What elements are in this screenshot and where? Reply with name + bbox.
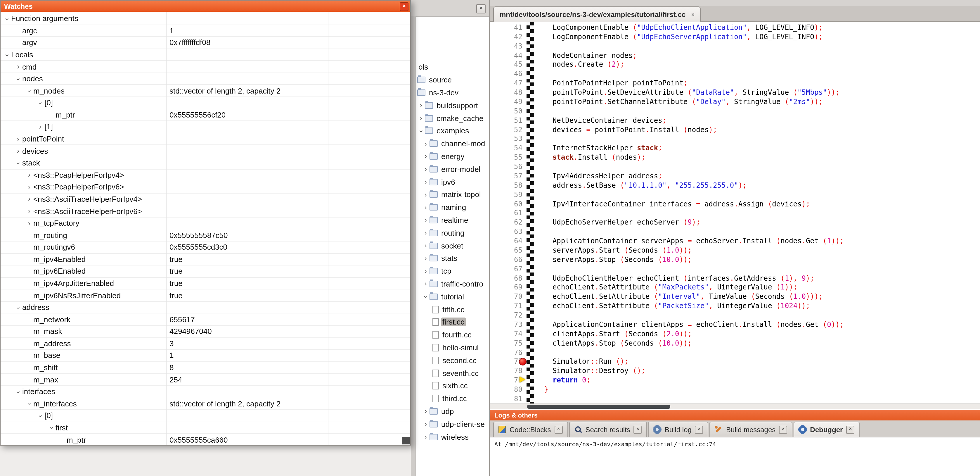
logs-tab-code-blocks[interactable]: Code::Blocks× xyxy=(493,422,568,437)
logs-tab-close-button[interactable]: × xyxy=(846,425,854,434)
tree-item-socket[interactable]: ›socket xyxy=(416,239,489,252)
tree-item-fourth-cc[interactable]: fourth.cc xyxy=(416,328,489,341)
expander-closed-icon[interactable]: › xyxy=(25,220,33,227)
watch-row[interactable]: argv0x7fffffffdf08 xyxy=(1,37,410,49)
watch-row[interactable]: m_max254 xyxy=(1,374,410,386)
expander-closed-icon[interactable]: › xyxy=(25,184,33,191)
expander-open-icon[interactable]: › xyxy=(37,412,44,420)
expander-closed-icon[interactable]: › xyxy=(422,166,430,173)
expander-closed-icon[interactable]: › xyxy=(25,208,33,215)
expander-open-icon[interactable]: › xyxy=(418,128,425,135)
expander-open-icon[interactable]: › xyxy=(37,99,44,107)
expander-closed-icon[interactable]: › xyxy=(14,135,22,142)
project-tree-items[interactable]: olssourcens-3-dev›buildsupport›cmake_cac… xyxy=(416,61,489,443)
watch-row[interactable]: ›<ns3::PcapHelperForIpv4> xyxy=(1,169,410,181)
watch-row[interactable]: m_ptr0x5555555ca660 xyxy=(1,434,410,445)
tree-item-seventh-cc[interactable]: seventh.cc xyxy=(416,367,489,380)
watch-row[interactable]: ›<ns3::PcapHelperForIpv6> xyxy=(1,181,410,193)
watch-row[interactable]: ›m_nodesstd::vector of length 2, capacit… xyxy=(1,85,410,97)
watch-row[interactable]: ›devices xyxy=(1,145,410,157)
tree-item-examples[interactable]: ›examples xyxy=(416,125,489,137)
watch-row[interactable]: argc1 xyxy=(1,25,410,37)
expander-open-icon[interactable]: › xyxy=(26,87,33,95)
editor-hscrollbar[interactable] xyxy=(490,404,980,409)
watch-row[interactable]: ›interfaces xyxy=(1,386,410,398)
expander-closed-icon[interactable]: › xyxy=(422,204,430,211)
expander-closed-icon[interactable]: › xyxy=(417,102,425,109)
tree-item-energy[interactable]: ›energy xyxy=(416,150,489,163)
logs-tab-close-button[interactable]: × xyxy=(779,425,787,434)
watch-row[interactable]: ›first xyxy=(1,422,410,434)
watch-row[interactable]: m_routing0x555555587c50 xyxy=(1,230,410,241)
watches-tree[interactable]: ›Function argumentsargc1argv0x7fffffffdf… xyxy=(1,12,410,445)
expander-closed-icon[interactable]: › xyxy=(25,196,33,203)
tree-item-first-cc[interactable]: first.cc xyxy=(416,316,489,329)
expander-closed-icon[interactable]: › xyxy=(422,242,430,249)
expander-open-icon[interactable]: › xyxy=(15,159,22,168)
expander-closed-icon[interactable]: › xyxy=(14,63,22,70)
tree-item-udp[interactable]: ›udp xyxy=(416,405,489,418)
expander-closed-icon[interactable]: › xyxy=(14,147,22,154)
expander-closed-icon[interactable]: › xyxy=(25,172,33,179)
watch-row[interactable]: ›[0] xyxy=(1,97,410,109)
watch-row[interactable]: ›[1] xyxy=(1,121,410,133)
expander-closed-icon[interactable]: › xyxy=(422,280,430,288)
tree-item-sixth-cc[interactable]: sixth.cc xyxy=(416,380,489,392)
expander-closed-icon[interactable]: › xyxy=(422,420,430,428)
expander-closed-icon[interactable]: › xyxy=(417,115,425,121)
code-editor[interactable]: 41 LogComponentEnable ("UdpEchoClientApp… xyxy=(490,22,980,404)
watches-titlebar[interactable]: Watches × xyxy=(1,1,410,12)
logs-tab-close-button[interactable]: × xyxy=(695,425,703,434)
tree-item-realtime[interactable]: ›realtime xyxy=(416,214,489,227)
expander-open-icon[interactable]: › xyxy=(4,51,11,59)
tree-item-traffic-contro[interactable]: ›traffic-contro xyxy=(416,278,489,290)
tree-item-ols[interactable]: ols xyxy=(416,61,489,73)
watch-row[interactable]: m_address3 xyxy=(1,338,410,350)
watch-row[interactable]: ›<ns3::AsciiTraceHelperForIpv4> xyxy=(1,193,410,205)
expander-open-icon[interactable]: › xyxy=(26,400,33,408)
watch-row[interactable]: m_base1 xyxy=(1,350,410,362)
watch-row[interactable]: m_network655617 xyxy=(1,314,410,326)
tree-item-hello-simul[interactable]: hello-simul xyxy=(416,341,489,354)
watch-row[interactable]: ›Locals xyxy=(1,49,410,61)
tree-item-tcp[interactable]: ›tcp xyxy=(416,265,489,278)
expander-open-icon[interactable]: › xyxy=(48,424,55,432)
expander-closed-icon[interactable]: › xyxy=(422,408,430,415)
watch-row[interactable]: m_ipv6Enabledtrue xyxy=(1,265,410,278)
expander-closed-icon[interactable]: › xyxy=(422,217,430,224)
expander-closed-icon[interactable]: › xyxy=(422,178,430,185)
watch-row[interactable]: ›stack xyxy=(1,157,410,169)
project-tree-header[interactable]: × xyxy=(411,0,489,17)
logs-tab-build-log[interactable]: Build log× xyxy=(648,422,708,437)
tree-item-third-cc[interactable]: third.cc xyxy=(416,392,489,405)
expander-closed-icon[interactable]: › xyxy=(422,268,430,275)
tree-item-matrix-topol[interactable]: ›matrix-topol xyxy=(416,188,489,201)
logs-panel-header[interactable]: Logs & others xyxy=(490,410,980,420)
tree-item-routing[interactable]: ›routing xyxy=(416,227,489,240)
watch-row[interactable]: ›pointToPoint xyxy=(1,133,410,145)
watch-row[interactable]: m_ipv4Enabledtrue xyxy=(1,254,410,265)
tree-item-second-cc[interactable]: second.cc xyxy=(416,354,489,367)
watches-resize-grip[interactable] xyxy=(402,437,410,444)
logs-tab-close-button[interactable]: × xyxy=(554,425,562,434)
expander-open-icon[interactable]: › xyxy=(423,293,430,301)
tree-item-buildsupport[interactable]: ›buildsupport xyxy=(416,99,489,112)
breakpoint-icon[interactable] xyxy=(519,358,527,365)
tree-item-naming[interactable]: ›naming xyxy=(416,201,489,214)
watch-row[interactable]: m_ipv6NsRsJitterEnabledtrue xyxy=(1,290,410,302)
watch-row[interactable]: ›cmd xyxy=(1,61,410,73)
watch-row[interactable]: ›address xyxy=(1,302,410,314)
watch-row[interactable]: ›<ns3::AsciiTraceHelperForIpv6> xyxy=(1,206,410,217)
expander-open-icon[interactable]: › xyxy=(15,388,22,396)
watch-row[interactable]: ›nodes xyxy=(1,73,410,85)
watch-row[interactable]: m_ptr0x55555556cf20 xyxy=(1,109,410,121)
expander-closed-icon[interactable]: › xyxy=(36,123,45,130)
editor-tab-close-button[interactable]: × xyxy=(691,11,695,17)
expander-open-icon[interactable]: › xyxy=(15,75,22,83)
watch-row[interactable]: m_shift8 xyxy=(1,362,410,374)
editor-tab-first-cc[interactable]: mnt/dev/tools/source/ns-3-dev/examples/t… xyxy=(493,6,701,22)
logs-tab-debugger[interactable]: Debugger× xyxy=(794,422,860,437)
expander-open-icon[interactable]: › xyxy=(4,15,11,23)
project-tree-close-button[interactable]: × xyxy=(476,4,485,13)
project-tree-scrollbar[interactable] xyxy=(411,16,416,476)
